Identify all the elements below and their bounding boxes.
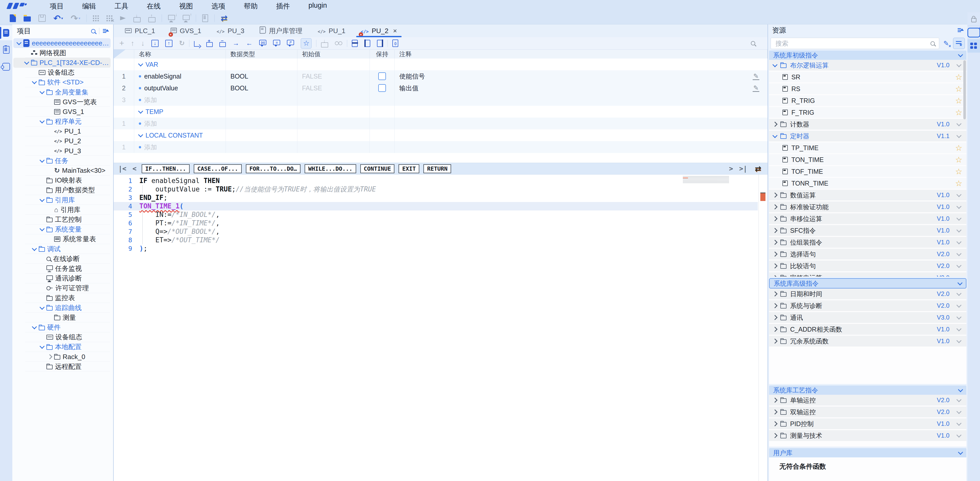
favorite-star-icon[interactable] (955, 155, 962, 164)
resource-item-TOF_TIME[interactable]: TOF_TIME (769, 166, 966, 177)
chevron-down-icon[interactable] (40, 305, 45, 310)
var-group-row[interactable]: VAR (114, 59, 767, 70)
chevron-icon[interactable] (772, 204, 778, 209)
resource-item-TON_TIME[interactable]: TON_TIME (769, 154, 966, 165)
split-horizontal-icon[interactable] (352, 40, 358, 47)
export-icon[interactable] (165, 40, 172, 47)
version-chevron-icon[interactable] (956, 62, 961, 67)
search-icon[interactable] (931, 41, 935, 46)
resource-section-header-0[interactable]: 系统库初级指令 (769, 51, 966, 60)
resource-search-box[interactable] (771, 38, 939, 49)
outdent-icon[interactable] (246, 39, 253, 47)
var-group-row[interactable]: LOCAL CONSTANT (114, 129, 767, 141)
chevron-right-icon[interactable] (47, 354, 52, 359)
variable-comment-cell[interactable]: 输出值 (395, 82, 767, 94)
version-chevron-icon[interactable] (956, 216, 961, 221)
tab-PU_1[interactable]: PU_1 (310, 24, 353, 37)
version-chevron-icon[interactable] (956, 409, 961, 414)
tab-用户库管理[interactable]: 用户库管理 (252, 24, 310, 37)
ai-assistant-icon[interactable] (967, 25, 980, 39)
menu-item-7[interactable]: 插件 (267, 0, 299, 12)
advanced-search-icon[interactable] (943, 40, 949, 48)
tree-item-20[interactable]: 系统常量表 (13, 234, 111, 244)
chevron-down-icon[interactable] (32, 79, 37, 84)
chevron-icon[interactable] (772, 240, 778, 245)
menu-item-1[interactable]: 编辑 (73, 0, 105, 12)
snippet-nav-left-1[interactable]: < (131, 165, 138, 172)
wrap-toggle-icon[interactable] (755, 164, 761, 173)
tree-item-4[interactable]: 软件 <STD> (13, 78, 111, 87)
snippet-button-for-to-do-[interactable]: FOR...TO...DO… (246, 164, 301, 173)
favorite-star-icon[interactable] (955, 84, 962, 94)
resource-group-日期和时间[interactable]: 日期和时间V2.0 (769, 288, 966, 299)
chevron-down-icon[interactable] (958, 450, 963, 455)
indent-icon[interactable] (232, 39, 239, 47)
variable-type-cell[interactable] (226, 141, 298, 153)
variable-type-cell[interactable]: BOOL (226, 82, 298, 94)
tree-item-19[interactable]: 系统变量 (13, 225, 111, 234)
insert-row-icon[interactable] (206, 42, 213, 47)
chevron-down-icon[interactable] (40, 226, 45, 231)
version-chevron-icon[interactable] (956, 303, 961, 308)
edit-row-icon[interactable] (752, 72, 759, 80)
version-chevron-icon[interactable] (956, 239, 961, 244)
delete-row-icon[interactable] (220, 42, 226, 47)
chevron-icon[interactable] (772, 291, 778, 296)
tree-item-26[interactable]: 监控表 (13, 293, 111, 303)
variable-type-cell[interactable]: BOOL (226, 70, 298, 82)
chevron-icon[interactable] (772, 228, 778, 233)
resource-item-F_TRIG[interactable]: F_TRIG (769, 107, 966, 118)
tree-item-11[interactable]: PU_3 (13, 146, 111, 156)
tree-item-1[interactable]: 网络视图 (13, 48, 111, 58)
variable-comment-icon[interactable] (259, 40, 266, 45)
chevron-down-icon[interactable] (40, 344, 45, 349)
widgets-panel-icon[interactable] (967, 39, 980, 53)
variable-name-cell[interactable]: 添加 (134, 94, 226, 106)
tree-item-6[interactable]: GVS一览表 (13, 97, 111, 107)
variable-name-cell[interactable]: 添加 (134, 141, 226, 153)
variable-name-cell[interactable]: enableSignal (134, 70, 226, 82)
resource-group-PID控制[interactable]: PID控制V1.0 (769, 418, 966, 429)
var-group-row[interactable]: TEMP (114, 106, 767, 118)
tree-item-32[interactable]: Rack_0 (13, 352, 111, 362)
resource-group-选择语句[interactable]: 选择语句V2.0 (769, 249, 966, 260)
variable-row[interactable]: 1enableSignalBOOLFALSE使能信号 (114, 70, 767, 82)
project-panel-icon[interactable] (0, 25, 12, 40)
favorite-star-icon[interactable] (955, 96, 962, 105)
chevron-down-icon[interactable] (16, 40, 22, 45)
code-line-1[interactable]: 1IF enableSignal THEN (114, 177, 758, 185)
retain-checkbox[interactable] (378, 84, 386, 92)
tree-item-13[interactable]: MainTask<30> (13, 166, 111, 175)
tree-item-27[interactable]: 追踪曲线 (13, 303, 111, 313)
tree-item-23[interactable]: 任务监视 (13, 264, 111, 273)
tree-item-10[interactable]: PU_2 (13, 136, 111, 146)
code-line-8[interactable]: 8 ET=>/*OUT_TIME*/ (114, 236, 758, 244)
variable-init-cell[interactable]: FALSE (298, 70, 370, 82)
chevron-icon[interactable] (772, 409, 778, 414)
block-comment-icon[interactable] (287, 40, 294, 45)
version-chevron-icon[interactable] (956, 338, 961, 343)
tab-close-icon[interactable]: × (393, 27, 397, 35)
tree-item-30[interactable]: 设备组态 (13, 332, 111, 342)
favorites-filter-button[interactable] (953, 38, 965, 49)
code-line-7[interactable]: 7 Q=>/*OUT_BOOL*/, (114, 228, 758, 236)
import-icon[interactable] (151, 40, 159, 47)
chevron-icon[interactable] (772, 433, 778, 438)
dropdown-caret-icon[interactable]: ▾ (61, 16, 63, 20)
resource-group-位组装指令[interactable]: 位组装指令V1.0 (769, 237, 966, 248)
resource-group-字符串运算[interactable]: 字符串运算V2.0 (769, 272, 966, 277)
resource-group-比较语句[interactable]: 比较语句V2.0 (769, 261, 966, 271)
version-chevron-icon[interactable] (956, 314, 961, 320)
tree-item-16[interactable]: 引用库 (13, 195, 111, 205)
resource-item-TONR_TIME[interactable]: TONR_TIME (769, 178, 966, 189)
version-chevron-icon[interactable] (956, 397, 961, 402)
resource-item-TP_TIME[interactable]: TP_TIME (769, 142, 966, 153)
tree-item-8[interactable]: 程序单元 (13, 117, 111, 127)
resource-group-C_ADDR相关函数[interactable]: C_ADDR相关函数V1.0 (769, 324, 966, 335)
open-project-icon[interactable] (24, 16, 31, 22)
tree-item-9[interactable]: PU_1 (13, 127, 111, 136)
snippet-button-return[interactable]: RETURN (423, 164, 451, 173)
chevron-icon[interactable] (772, 275, 778, 277)
chevron-icon[interactable] (772, 62, 778, 67)
resource-item-SR[interactable]: SR (769, 72, 966, 83)
